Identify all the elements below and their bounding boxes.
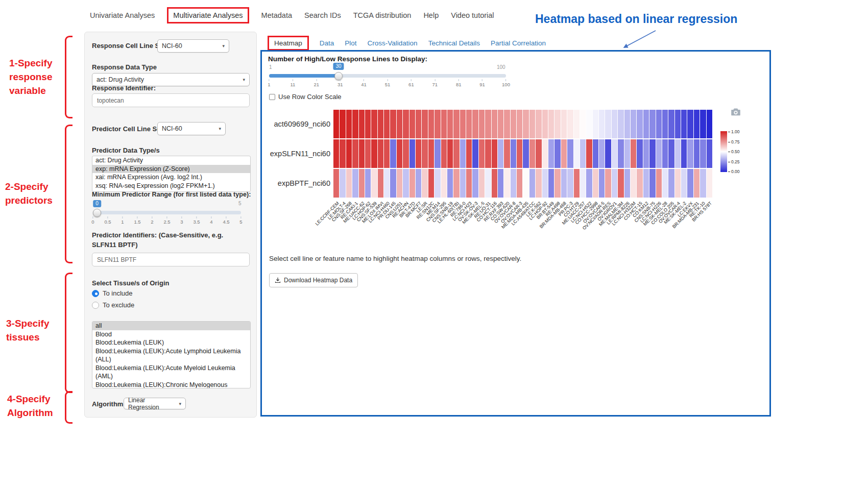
lines-slider-ticks: 1112131415161718191100	[269, 79, 506, 88]
heatmap-cell	[649, 110, 655, 138]
heatmap-cell	[618, 169, 623, 198]
lines-slider-min-label: 1	[269, 64, 272, 70]
option-act-drug-activity[interactable]: act: Drug Activity	[92, 156, 250, 165]
heatmap-cell	[416, 110, 421, 138]
algorithm-select[interactable]: Linear Regression ▾	[124, 398, 186, 409]
heatmap-cell	[485, 169, 491, 198]
heatmap-cell	[441, 169, 447, 198]
option-blood-leukemia-leuk-chronic-myelogenous-leukemia-cml[interactable]: Blood:Leukemia (LEUK):Chronic Myelogenou…	[92, 381, 250, 389]
heatmap-cell	[536, 110, 541, 138]
option-blood-leukemia-leuk-acute-myeloid-leukemia-aml[interactable]: Blood:Leukemia (LEUK):Acute Myeloid Leuk…	[92, 364, 250, 381]
tab-partial-correlation[interactable]: Partial Correlation	[491, 39, 546, 47]
legend-tick-label: 0.00	[728, 169, 740, 174]
response-cell-line-set-select[interactable]: NCI-60 ▾	[157, 39, 229, 53]
heatmap-cell	[340, 169, 345, 198]
slider-tick: 100	[502, 79, 510, 87]
heatmap-panel: Number of High/Low Response Lines to Dis…	[260, 50, 771, 417]
heatmap-cell	[567, 169, 573, 198]
camera-icon[interactable]	[731, 108, 741, 118]
heatmap-cell	[542, 110, 548, 138]
heatmap-cell	[359, 139, 365, 168]
option-xai-mrna-expression-avg-log2-int[interactable]: xai: mRNA Expression (Avg. log2 Int.)	[92, 173, 250, 182]
heatmap-cell	[574, 110, 580, 138]
heatmap-cell	[378, 169, 383, 198]
slider-tick: 41	[361, 79, 367, 87]
download-heatmap-data-button[interactable]: Download Heatmap Data	[269, 273, 358, 287]
heatmap-cell	[397, 169, 402, 198]
tab-plot[interactable]: Plot	[345, 39, 356, 47]
heatmap-cell	[472, 110, 478, 138]
chevron-down-icon: ▾	[179, 401, 181, 406]
heatmap-row-label[interactable]: expBPTF_nci60	[278, 179, 330, 187]
heatmap-cell	[397, 139, 402, 168]
predictor-cell-line-set-label: Predictor Cell Line Set	[92, 125, 163, 133]
tissue-origin-list[interactable]: allBloodBlood:Leukemia (LEUK)Blood:Leuke…	[92, 321, 251, 388]
algorithm-label: Algorithm	[92, 400, 123, 408]
nav-item-tcga-distribution[interactable]: TCGA distribution	[353, 11, 412, 19]
nav-item-multivariate-analyses[interactable]: Multivariate Analyses	[167, 7, 249, 23]
heatmap-cell	[416, 169, 421, 198]
min-predictor-range-slider-track[interactable]	[93, 211, 241, 214]
heatmap-cell	[346, 169, 352, 198]
slider-tick: 1.5	[134, 216, 140, 225]
heatmap-cell	[656, 169, 662, 198]
response-identifier-input[interactable]	[92, 93, 250, 107]
heatmap-cell	[403, 139, 408, 168]
heatmap-cell	[453, 139, 459, 168]
nav-item-help[interactable]: Help	[423, 11, 439, 19]
chevron-down-icon: ▾	[222, 43, 225, 48]
nav-item-univariate-analyses[interactable]: Univariate Analyses	[90, 11, 155, 19]
option-all[interactable]: all	[92, 322, 250, 330]
lines-slider-max-label: 100	[497, 64, 505, 70]
tab-heatmap[interactable]: Heatmap	[268, 36, 309, 51]
predictor-identifiers-label: Predictor Identifiers: (Case-Sensitive, …	[92, 230, 245, 250]
heatmap-row-label[interactable]: expSLFN11_nci60	[270, 150, 330, 158]
heatmap-cell	[390, 169, 396, 198]
heatmap-cell	[675, 169, 681, 198]
heatmap-cell	[700, 110, 706, 138]
heatmap-cell	[447, 139, 453, 168]
annotation-step-1: 1-Specifyresponsevariable	[9, 56, 52, 97]
chevron-down-icon: ▾	[219, 126, 221, 131]
option-blood-leukemia-leuk[interactable]: Blood:Leukemia (LEUK)	[92, 338, 250, 347]
heatmap-cell	[504, 110, 510, 138]
response-identifier-label: Response Identifier:	[92, 84, 156, 92]
heatmap-cell	[492, 139, 497, 168]
heatmap-cell	[574, 169, 580, 198]
option-exp-mrna-expression-z-score[interactable]: exp: mRNA Expression (Z-Score)	[92, 165, 250, 174]
heatmap-cell	[529, 110, 535, 138]
predictor-identifiers-input[interactable]	[92, 253, 250, 266]
tissue-exclude-radio[interactable]	[92, 302, 99, 309]
annotation-bracket	[65, 391, 73, 424]
tissue-include-radio[interactable]	[92, 290, 99, 297]
nav-item-metadata[interactable]: Metadata	[261, 11, 292, 19]
heatmap-cell	[529, 139, 535, 168]
tab-technical-details[interactable]: Technical Details	[428, 39, 480, 47]
heatmap-cell	[422, 139, 427, 168]
tab-data[interactable]: Data	[320, 39, 334, 47]
predictor-data-types-list[interactable]: act: Drug Activityexp: mRNA Expression (…	[92, 156, 251, 192]
slider-tick: 71	[432, 79, 438, 87]
option-blood-leukemia-leuk-acute-lymphoid-leukemia-all[interactable]: Blood:Leukemia (LEUK):Acute Lymphoid Leu…	[92, 347, 250, 364]
heatmap-cell	[384, 169, 390, 198]
slider-tick: 4.5	[223, 216, 229, 225]
nav-item-search-ids[interactable]: Search IDs	[304, 11, 341, 19]
predictor-cell-line-set-select[interactable]: NCI-60 ▾	[157, 122, 226, 135]
heatmap-cell	[700, 139, 706, 168]
tissue-include-radio-label: To include	[103, 289, 133, 297]
heatmap-cell	[498, 110, 503, 138]
tab-cross-validation[interactable]: Cross-Validation	[368, 39, 418, 47]
heatmap-cell	[466, 169, 472, 198]
heatmap-row-label[interactable]: act609699_nci60	[274, 120, 330, 128]
row-color-scale-checkbox[interactable]	[269, 94, 275, 100]
lines-slider-track[interactable]	[269, 74, 506, 78]
nav-item-video-tutorial[interactable]: Video tutorial	[451, 11, 494, 19]
option-blood[interactable]: Blood	[92, 330, 250, 339]
option-xsq-rna-seq-expression-log2-fpkm-1[interactable]: xsq: RNA-seq Expression (log2 FPKM+1.)	[92, 182, 250, 190]
annotation-bracket	[65, 125, 73, 263]
heatmap-cell	[574, 139, 580, 168]
min-predictor-range-slider-handle[interactable]	[93, 209, 101, 217]
heatmap-cell	[605, 139, 611, 168]
heatmap-cell	[561, 139, 567, 168]
legend-tick-label: 1.00	[728, 129, 740, 134]
